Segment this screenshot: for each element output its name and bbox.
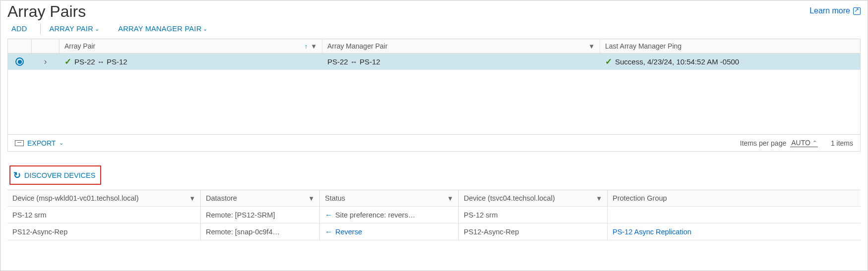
cell-array-pair: ✓ PS-22 ↔ PS-12 [60,54,322,70]
row-select[interactable] [8,54,32,69]
chevron-right-icon: › [44,56,47,67]
chevron-down-icon: ⌄ [203,26,207,32]
array-pairs-table: Array Pair ↑ ▼ Array Manager Pair ▼ Last… [7,39,861,152]
toolbar: ADD ARRAY PAIR ⌄ ARRAY MANAGER PAIR ⌄ [9,22,861,36]
column-label: Last Array Manager Ping [605,42,855,50]
column-protection-group[interactable]: Protection Group [608,190,861,206]
column-datastore[interactable]: Datastore ▼ [201,190,320,206]
cell-device-2: PS-12 srm [459,207,608,223]
cell-device-1: PS12-Async-Rep [7,223,201,240]
radio-selected-icon[interactable] [15,57,24,66]
table-header: Array Pair ↑ ▼ Array Manager Pair ▼ Last… [8,39,860,54]
row-expand[interactable]: › [32,54,60,70]
export-label: EXPORT [27,139,56,147]
column-label: Status [325,194,444,202]
filter-icon[interactable]: ▼ [596,195,602,202]
status-value[interactable]: Reverse [335,228,362,236]
devices-table-header: Device (msp-wkld01-vc01.techsol.local) ▼… [7,190,861,207]
array-manager-pair-label: ARRAY MANAGER PAIR [118,25,201,33]
cell-device-1: PS-12 srm [7,207,201,223]
devices-table-row[interactable]: PS-12 srm Remote: [PS12-SRM] ← Site pref… [7,207,861,223]
discover-devices-button[interactable]: ↻ DISCOVER DEVICES [9,165,101,185]
array-manager-pair-menu[interactable]: ARRAY MANAGER PAIR ⌄ [116,22,213,36]
last-ping-value: Success, 4/23/24, 10:54:52 AM -0500 [615,57,739,66]
array-pair-menu[interactable]: ARRAY PAIR ⌄ [48,22,106,36]
column-label: Datastore [206,194,305,202]
arrow-left-icon: ← [325,211,332,219]
column-label: Device (msp-wkld01-vc01.techsol.local) [12,194,186,202]
learn-more-link[interactable]: Learn more [809,6,861,15]
discover-section: ↻ DISCOVER DEVICES Device (msp-wkld01-vc… [7,165,861,240]
filter-icon[interactable]: ▼ [310,43,317,50]
array-manager-pair-value: PS-22 ↔ PS-12 [327,57,380,66]
chevron-down-icon: ⌄ [59,140,63,146]
devices-table: Device (msp-wkld01-vc01.techsol.local) ▼… [7,190,861,240]
refresh-icon: ↻ [13,170,21,181]
sort-asc-icon[interactable]: ↑ [305,43,308,50]
export-button[interactable]: EXPORT ⌄ [15,139,63,147]
expand-column [32,39,60,53]
column-array-manager-pair[interactable]: Array Manager Pair ▼ [322,39,600,53]
cell-protection-group[interactable]: PS-12 Async Replication [608,223,861,240]
cell-status: ← Reverse [320,223,459,240]
chevron-up-icon: ⌃ [812,140,817,146]
select-column [8,39,32,53]
export-icon [15,140,24,146]
column-last-ping[interactable]: Last Array Manager Ping [600,39,860,53]
items-per-page-value: AUTO [791,139,810,147]
items-per-page-label: Items per page [740,139,786,147]
check-icon: ✓ [605,56,612,67]
table-row[interactable]: › ✓ PS-22 ↔ PS-12 PS-22 ↔ PS-12 ✓ Succes… [8,54,860,70]
array-pair-value: PS-22 ↔ PS-12 [74,57,127,66]
cell-datastore: Remote: [PS12-SRM] [201,207,320,223]
cell-status: ← Site preference: revers… [320,207,459,223]
filter-icon[interactable]: ▼ [189,195,195,202]
filter-icon[interactable]: ▼ [588,43,595,50]
column-label: Array Pair [64,42,302,50]
column-label: Device (tsvc04.techsol.local) [464,194,593,202]
column-device-2[interactable]: Device (tsvc04.techsol.local) ▼ [459,190,608,206]
table-empty-space [8,70,860,134]
table-footer: EXPORT ⌄ Items per page AUTO ⌃ 1 items [8,134,860,151]
cell-last-ping: ✓ Success, 4/23/24, 10:54:52 AM -0500 [600,54,860,70]
column-status[interactable]: Status ▼ [320,190,459,206]
cell-datastore: Remote: [snap-0c9f4… [201,223,320,240]
column-label: Protection Group [613,194,856,202]
arrow-left-icon: ← [325,227,332,236]
pagination-area: Items per page AUTO ⌃ 1 items [740,139,853,147]
cell-device-2: PS12-Async-Rep [459,223,608,240]
discover-label: DISCOVER DEVICES [24,171,95,179]
chevron-down-icon: ⌄ [95,26,99,32]
separator [40,23,41,34]
add-button[interactable]: ADD [9,22,33,36]
status-value: Site preference: revers… [335,211,415,219]
cell-array-manager-pair: PS-22 ↔ PS-12 [322,54,600,69]
items-per-page-select[interactable]: AUTO ⌃ [790,139,818,147]
page-title: Array Pairs [7,2,86,21]
check-icon: ✓ [64,56,71,67]
filter-icon[interactable]: ▼ [447,195,453,202]
external-link-icon [853,7,861,15]
column-label: Array Manager Pair [327,42,585,50]
item-count: 1 items [831,139,853,147]
learn-more-label: Learn more [809,6,850,15]
filter-icon[interactable]: ▼ [308,195,314,202]
devices-table-row[interactable]: PS12-Async-Rep Remote: [snap-0c9f4… ← Re… [7,223,861,240]
cell-protection-group [608,207,861,223]
column-array-pair[interactable]: Array Pair ↑ ▼ [60,39,322,53]
column-device-1[interactable]: Device (msp-wkld01-vc01.techsol.local) ▼ [7,190,201,206]
array-pair-label: ARRAY PAIR [50,25,93,33]
